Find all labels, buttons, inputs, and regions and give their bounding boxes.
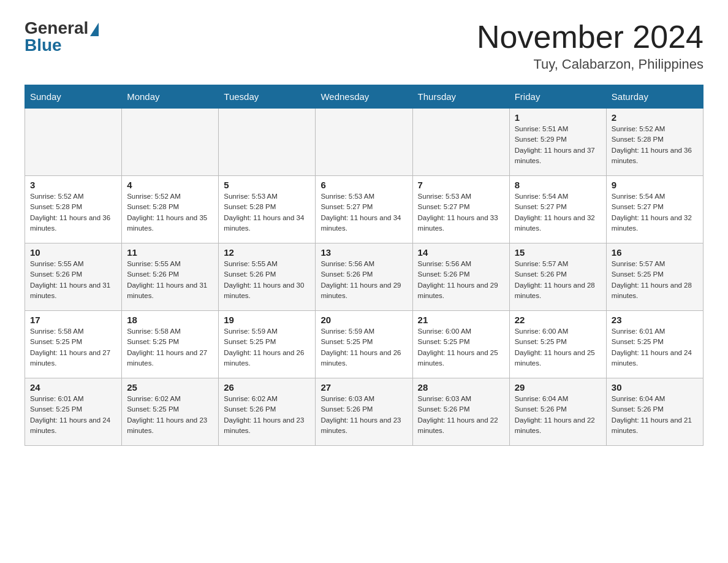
day-info: Sunrise: 6:02 AMSunset: 5:25 PMDaylight:… bbox=[127, 394, 213, 436]
table-row: 26Sunrise: 6:02 AMSunset: 5:26 PMDayligh… bbox=[219, 378, 316, 446]
day-info: Sunrise: 5:54 AMSunset: 5:27 PMDaylight:… bbox=[612, 191, 698, 234]
header-friday: Friday bbox=[509, 85, 606, 109]
day-info: Sunrise: 5:57 AMSunset: 5:26 PMDaylight:… bbox=[515, 259, 601, 301]
table-row: 2Sunrise: 5:52 AMSunset: 5:28 PMDaylight… bbox=[606, 109, 703, 176]
day-info: Sunrise: 5:54 AMSunset: 5:27 PMDaylight:… bbox=[515, 191, 601, 234]
table-row: 10Sunrise: 5:55 AMSunset: 5:26 PMDayligh… bbox=[25, 243, 122, 311]
day-info: Sunrise: 5:57 AMSunset: 5:25 PMDaylight:… bbox=[612, 259, 698, 301]
day-info: Sunrise: 5:51 AMSunset: 5:29 PMDaylight:… bbox=[515, 124, 601, 166]
table-row bbox=[122, 109, 219, 176]
table-row bbox=[412, 109, 509, 176]
day-info: Sunrise: 6:04 AMSunset: 5:26 PMDaylight:… bbox=[612, 394, 698, 436]
day-number: 21 bbox=[418, 315, 504, 325]
calendar-week-5: 24Sunrise: 6:01 AMSunset: 5:25 PMDayligh… bbox=[25, 378, 703, 446]
day-number: 9 bbox=[612, 180, 698, 190]
day-info: Sunrise: 6:03 AMSunset: 5:26 PMDaylight:… bbox=[320, 394, 407, 436]
day-info: Sunrise: 6:00 AMSunset: 5:25 PMDaylight:… bbox=[418, 326, 504, 369]
table-row: 22Sunrise: 6:00 AMSunset: 5:25 PMDayligh… bbox=[509, 311, 606, 378]
day-info: Sunrise: 5:55 AMSunset: 5:26 PMDaylight:… bbox=[30, 259, 116, 301]
table-row: 16Sunrise: 5:57 AMSunset: 5:25 PMDayligh… bbox=[606, 243, 703, 311]
table-row: 4Sunrise: 5:52 AMSunset: 5:28 PMDaylight… bbox=[122, 176, 219, 243]
day-info: Sunrise: 5:58 AMSunset: 5:25 PMDaylight:… bbox=[127, 326, 213, 369]
day-number: 17 bbox=[30, 315, 116, 325]
day-info: Sunrise: 5:53 AMSunset: 5:27 PMDaylight:… bbox=[320, 191, 407, 234]
table-row: 18Sunrise: 5:58 AMSunset: 5:25 PMDayligh… bbox=[122, 311, 219, 378]
header-thursday: Thursday bbox=[412, 85, 509, 109]
day-number: 1 bbox=[515, 112, 601, 123]
day-number: 30 bbox=[612, 382, 698, 393]
table-row: 8Sunrise: 5:54 AMSunset: 5:27 PMDaylight… bbox=[509, 176, 606, 243]
logo: General Blue bbox=[25, 18, 99, 55]
table-row: 14Sunrise: 5:56 AMSunset: 5:26 PMDayligh… bbox=[412, 243, 509, 311]
day-number: 12 bbox=[224, 247, 310, 258]
day-info: Sunrise: 6:03 AMSunset: 5:26 PMDaylight:… bbox=[418, 394, 504, 436]
header-sunday: Sunday bbox=[25, 85, 122, 109]
day-number: 18 bbox=[127, 315, 213, 325]
table-row: 19Sunrise: 5:59 AMSunset: 5:25 PMDayligh… bbox=[219, 311, 316, 378]
table-row: 3Sunrise: 5:52 AMSunset: 5:28 PMDaylight… bbox=[25, 176, 122, 243]
header-tuesday: Tuesday bbox=[219, 85, 316, 109]
table-row: 29Sunrise: 6:04 AMSunset: 5:26 PMDayligh… bbox=[509, 378, 606, 446]
day-number: 3 bbox=[30, 180, 116, 190]
day-number: 10 bbox=[30, 247, 116, 258]
table-row: 30Sunrise: 6:04 AMSunset: 5:26 PMDayligh… bbox=[606, 378, 703, 446]
table-row: 25Sunrise: 6:02 AMSunset: 5:25 PMDayligh… bbox=[122, 378, 219, 446]
page-header: General Blue November 2024 Tuy, Calabarz… bbox=[25, 18, 703, 72]
day-info: Sunrise: 5:56 AMSunset: 5:26 PMDaylight:… bbox=[320, 259, 407, 301]
table-row: 17Sunrise: 5:58 AMSunset: 5:25 PMDayligh… bbox=[25, 311, 122, 378]
day-info: Sunrise: 6:02 AMSunset: 5:26 PMDaylight:… bbox=[224, 394, 310, 436]
day-info: Sunrise: 5:58 AMSunset: 5:25 PMDaylight:… bbox=[30, 326, 116, 369]
logo-blue-text: Blue bbox=[25, 36, 62, 55]
table-row: 28Sunrise: 6:03 AMSunset: 5:26 PMDayligh… bbox=[412, 378, 509, 446]
title-block: November 2024 Tuy, Calabarzon, Philippin… bbox=[477, 18, 703, 72]
month-title: November 2024 bbox=[477, 18, 703, 55]
day-info: Sunrise: 6:04 AMSunset: 5:26 PMDaylight:… bbox=[515, 394, 601, 436]
calendar-week-4: 17Sunrise: 5:58 AMSunset: 5:25 PMDayligh… bbox=[25, 311, 703, 378]
table-row bbox=[219, 109, 316, 176]
day-info: Sunrise: 5:52 AMSunset: 5:28 PMDaylight:… bbox=[127, 191, 213, 234]
day-number: 13 bbox=[320, 247, 407, 258]
day-info: Sunrise: 5:52 AMSunset: 5:28 PMDaylight:… bbox=[30, 191, 116, 234]
day-info: Sunrise: 6:00 AMSunset: 5:25 PMDaylight:… bbox=[515, 326, 601, 369]
day-number: 7 bbox=[418, 180, 504, 190]
table-row bbox=[316, 109, 412, 176]
day-info: Sunrise: 5:55 AMSunset: 5:26 PMDaylight:… bbox=[224, 259, 310, 301]
day-number: 6 bbox=[320, 180, 407, 190]
calendar-header-row: SundayMondayTuesdayWednesdayThursdayFrid… bbox=[25, 85, 703, 109]
location-text: Tuy, Calabarzon, Philippines bbox=[477, 56, 703, 72]
calendar-table: SundayMondayTuesdayWednesdayThursdayFrid… bbox=[25, 85, 703, 446]
table-row: 20Sunrise: 5:59 AMSunset: 5:25 PMDayligh… bbox=[316, 311, 412, 378]
table-row: 12Sunrise: 5:55 AMSunset: 5:26 PMDayligh… bbox=[219, 243, 316, 311]
day-number: 22 bbox=[515, 315, 601, 325]
day-number: 27 bbox=[320, 382, 407, 393]
table-row bbox=[25, 109, 122, 176]
day-info: Sunrise: 5:52 AMSunset: 5:28 PMDaylight:… bbox=[612, 124, 698, 166]
day-number: 2 bbox=[612, 112, 698, 123]
table-row: 9Sunrise: 5:54 AMSunset: 5:27 PMDaylight… bbox=[606, 176, 703, 243]
day-info: Sunrise: 6:01 AMSunset: 5:25 PMDaylight:… bbox=[612, 326, 698, 369]
calendar-week-3: 10Sunrise: 5:55 AMSunset: 5:26 PMDayligh… bbox=[25, 243, 703, 311]
day-info: Sunrise: 5:59 AMSunset: 5:25 PMDaylight:… bbox=[224, 326, 310, 369]
day-number: 20 bbox=[320, 315, 407, 325]
header-saturday: Saturday bbox=[606, 85, 703, 109]
day-number: 25 bbox=[127, 382, 213, 393]
day-info: Sunrise: 5:53 AMSunset: 5:28 PMDaylight:… bbox=[224, 191, 310, 234]
table-row: 6Sunrise: 5:53 AMSunset: 5:27 PMDaylight… bbox=[316, 176, 412, 243]
day-number: 16 bbox=[612, 247, 698, 258]
day-number: 24 bbox=[30, 382, 116, 393]
day-number: 8 bbox=[515, 180, 601, 190]
day-number: 28 bbox=[418, 382, 504, 393]
table-row: 1Sunrise: 5:51 AMSunset: 5:29 PMDaylight… bbox=[509, 109, 606, 176]
day-number: 23 bbox=[612, 315, 698, 325]
header-wednesday: Wednesday bbox=[316, 85, 412, 109]
day-number: 26 bbox=[224, 382, 310, 393]
day-number: 19 bbox=[224, 315, 310, 325]
header-monday: Monday bbox=[122, 85, 219, 109]
day-number: 14 bbox=[418, 247, 504, 258]
day-info: Sunrise: 5:59 AMSunset: 5:25 PMDaylight:… bbox=[320, 326, 407, 369]
day-number: 4 bbox=[127, 180, 213, 190]
day-info: Sunrise: 5:56 AMSunset: 5:26 PMDaylight:… bbox=[418, 259, 504, 301]
table-row: 13Sunrise: 5:56 AMSunset: 5:26 PMDayligh… bbox=[316, 243, 412, 311]
table-row: 27Sunrise: 6:03 AMSunset: 5:26 PMDayligh… bbox=[316, 378, 412, 446]
table-row: 23Sunrise: 6:01 AMSunset: 5:25 PMDayligh… bbox=[606, 311, 703, 378]
